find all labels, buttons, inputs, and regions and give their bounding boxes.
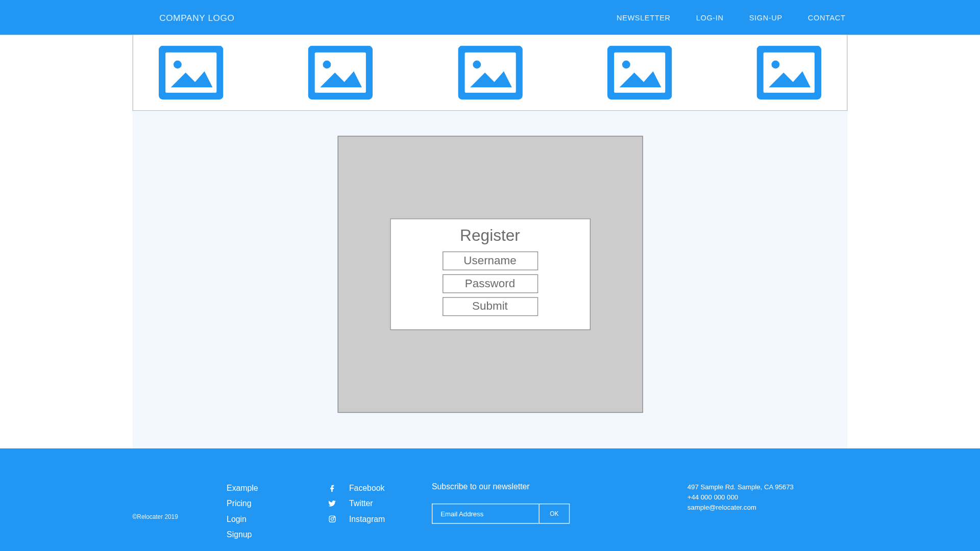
newsletter-title: Subscribe to our newsletter	[432, 482, 688, 491]
twitter-icon	[328, 499, 337, 508]
svg-point-11	[622, 61, 630, 69]
main-area: Register Username Password Submit	[133, 111, 848, 448]
nav: NEWSLETTER LOG-IN SIGN-UP CONTACT	[617, 13, 845, 21]
contact-phone: +44 000 000 000	[688, 492, 794, 503]
svg-point-16	[331, 518, 333, 520]
image-placeholder-icon	[607, 46, 672, 99]
social-instagram-label: Instagram	[349, 513, 385, 525]
nav-signup[interactable]: SIGN-UP	[749, 13, 782, 21]
social-twitter-label: Twitter	[349, 497, 373, 510]
footer-contact: 497 Sample Rd. Sample, CA 95673 +44 000 …	[688, 482, 794, 512]
svg-point-8	[473, 61, 481, 69]
submit-button[interactable]: Submit	[442, 297, 537, 316]
image-placeholder-icon	[159, 46, 224, 99]
image-strip-container	[0, 35, 980, 111]
image-placeholder-icon	[458, 46, 523, 99]
footer-links: Example Pricing Login Signup	[227, 482, 328, 541]
nav-newsletter[interactable]: NEWSLETTER	[617, 13, 671, 21]
image-placeholder-icon	[756, 46, 821, 99]
copyright: ©Relocater 2019	[133, 514, 227, 520]
company-logo[interactable]: COMPANY LOGO	[159, 12, 234, 22]
contact-email: sample@relocater.com	[688, 502, 794, 512]
nav-login[interactable]: LOG-IN	[696, 13, 724, 21]
footer-link-signup[interactable]: Signup	[227, 529, 328, 541]
social-facebook-label: Facebook	[349, 482, 384, 494]
register-title: Register	[390, 226, 590, 245]
footer-link-pricing[interactable]: Pricing	[227, 497, 328, 510]
footer-link-login[interactable]: Login	[227, 513, 328, 525]
svg-point-5	[323, 61, 331, 69]
newsletter-email-input[interactable]: Email Address	[432, 504, 539, 524]
newsletter-form: Email Address OK	[432, 504, 570, 524]
social-twitter[interactable]: Twitter	[328, 497, 432, 510]
facebook-icon	[328, 483, 337, 492]
register-card: Register Username Password Submit	[390, 218, 591, 330]
newsletter-submit-button[interactable]: OK	[539, 504, 570, 524]
password-input[interactable]: Password	[442, 274, 537, 293]
svg-point-17	[334, 517, 334, 517]
username-input[interactable]: Username	[442, 252, 537, 270]
svg-point-2	[174, 61, 182, 69]
footer-social: Facebook Twitter Instagram	[328, 482, 432, 525]
social-facebook[interactable]: Facebook	[328, 482, 432, 494]
svg-point-14	[771, 61, 779, 69]
footer: ©Relocater 2019 Example Pricing Login Si…	[0, 448, 980, 551]
register-backdrop: Register Username Password Submit	[337, 136, 643, 413]
header: COMPANY LOGO NEWSLETTER LOG-IN SIGN-UP C…	[0, 0, 980, 35]
nav-contact[interactable]: CONTACT	[808, 13, 846, 21]
image-strip	[133, 35, 848, 111]
footer-newsletter: Subscribe to our newsletter Email Addres…	[432, 482, 688, 524]
footer-link-example[interactable]: Example	[227, 482, 328, 494]
image-placeholder-icon	[308, 46, 373, 99]
contact-address: 497 Sample Rd. Sample, CA 95673	[688, 482, 794, 492]
instagram-icon	[328, 514, 337, 523]
social-instagram[interactable]: Instagram	[328, 513, 432, 525]
